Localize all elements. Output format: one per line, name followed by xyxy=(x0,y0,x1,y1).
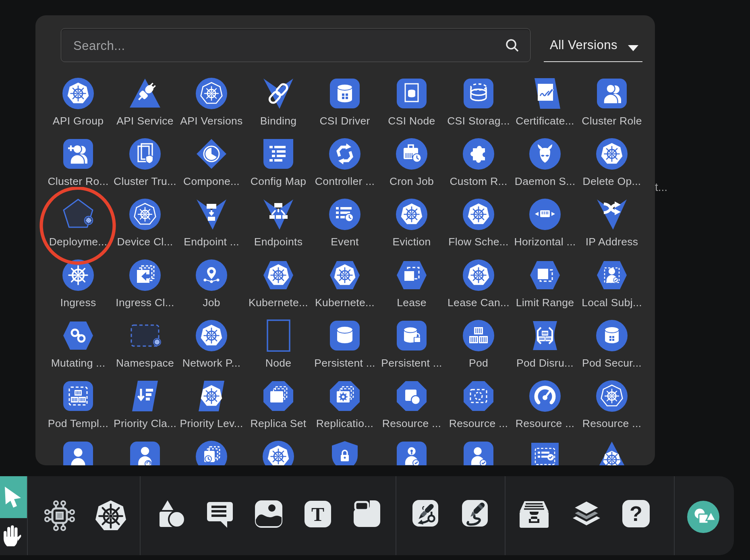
svg-text:T: T xyxy=(311,504,324,525)
svg-text:?: ? xyxy=(630,502,642,525)
